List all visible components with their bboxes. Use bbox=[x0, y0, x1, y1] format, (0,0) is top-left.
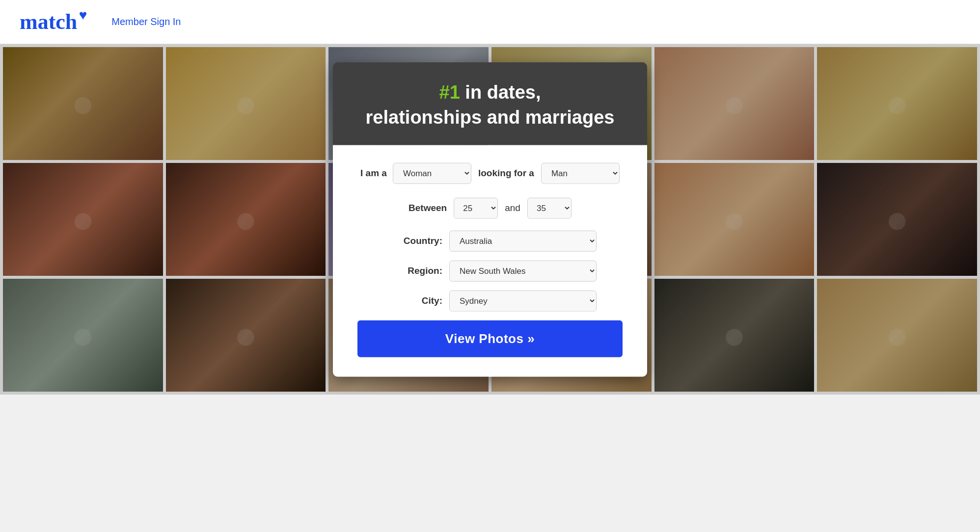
photo-cell bbox=[817, 47, 977, 160]
partner-select[interactable]: Man Woman bbox=[541, 162, 620, 184]
photo-cell bbox=[654, 47, 815, 160]
country-row: Country: Australia United States United … bbox=[357, 230, 623, 251]
search-overlay: #1 in dates, relationships and marriages… bbox=[333, 62, 647, 377]
region-label: Region: bbox=[383, 266, 442, 276]
country-select[interactable]: Australia United States United Kingdom C… bbox=[449, 230, 597, 251]
gender-select[interactable]: Woman Man bbox=[393, 162, 471, 184]
age-max-select[interactable]: 2526272829 3031323334 354045505560 bbox=[527, 197, 572, 218]
view-photos-button[interactable]: View Photos » bbox=[357, 320, 623, 357]
member-signin-link[interactable]: Member Sign In bbox=[111, 16, 181, 27]
photo-cell bbox=[166, 163, 326, 276]
logo: match♥ bbox=[20, 9, 77, 34]
and-label: and bbox=[505, 203, 520, 213]
headline-text2: relationships and marriages bbox=[366, 107, 615, 128]
photo-cell bbox=[3, 47, 163, 160]
city-select[interactable]: Sydney Melbourne Brisbane Perth Adelaide… bbox=[449, 290, 597, 311]
header: match♥ Member Sign In bbox=[0, 0, 980, 44]
between-label: Between bbox=[408, 203, 447, 213]
photo-cell bbox=[654, 279, 815, 392]
logo-heart: ♥ bbox=[79, 7, 87, 23]
region-select[interactable]: New South Wales Victoria Queensland West… bbox=[449, 260, 597, 281]
photo-cell bbox=[817, 163, 977, 276]
photo-cell bbox=[817, 279, 977, 392]
headline-text1: in dates, bbox=[460, 82, 541, 103]
iam-label: I am a bbox=[360, 168, 387, 179]
gender-row: I am a Woman Man looking for a Man Woman bbox=[357, 162, 623, 184]
photo-cell bbox=[654, 163, 815, 276]
headline: #1 in dates, relationships and marriages bbox=[353, 80, 627, 131]
age-row: Between 1819202122 2324252627 2829303540… bbox=[357, 197, 623, 218]
logo-wordmark: match bbox=[20, 10, 77, 34]
headline-number: #1 bbox=[439, 82, 460, 103]
photo-cell bbox=[166, 279, 326, 392]
photo-grid-section: #1 in dates, relationships and marriages… bbox=[0, 44, 980, 395]
age-min-select[interactable]: 1819202122 2324252627 28293035404550 bbox=[454, 197, 498, 218]
country-label: Country: bbox=[383, 236, 442, 246]
city-row: City: Sydney Melbourne Brisbane Perth Ad… bbox=[357, 290, 623, 311]
logo-area: match♥ Member Sign In bbox=[20, 9, 181, 34]
photo-cell bbox=[3, 279, 163, 392]
lookingfor-label: looking for a bbox=[478, 168, 534, 179]
region-row: Region: New South Wales Victoria Queensl… bbox=[357, 260, 623, 281]
photo-cell bbox=[3, 163, 163, 276]
overlay-body: I am a Woman Man looking for a Man Woman… bbox=[333, 145, 647, 376]
photo-cell bbox=[166, 47, 326, 160]
overlay-header: #1 in dates, relationships and marriages bbox=[333, 62, 647, 145]
city-label: City: bbox=[383, 295, 442, 306]
